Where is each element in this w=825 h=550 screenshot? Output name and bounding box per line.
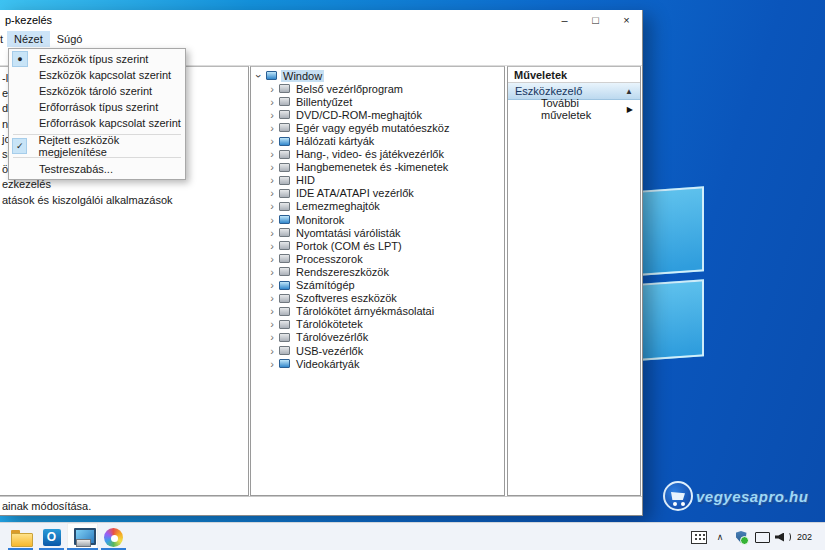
device-tree-item[interactable]: › Belső vezérlőprogram: [251, 82, 504, 95]
device-tree-root[interactable]: › Window: [251, 69, 504, 82]
device-tree-item[interactable]: › Tárolókötetek: [251, 318, 504, 331]
chevron-right-icon[interactable]: ›: [267, 135, 277, 147]
view-menu-item[interactable]: ● Eszközök típus szerint: [9, 51, 185, 67]
chevron-right-icon[interactable]: ›: [267, 279, 277, 291]
device-tree-item-label: Lemezmeghajtók: [294, 200, 382, 212]
computer-management-window: p-kezelés – □ × t Nézet: [0, 10, 643, 516]
chevron-right-icon[interactable]: ›: [267, 148, 277, 160]
chevron-right-icon[interactable]: ›: [267, 200, 277, 212]
tray-icons: [691, 523, 791, 550]
menu-item-marker-icon: [12, 67, 28, 83]
view-menu-item[interactable]: Testreszabás...: [9, 161, 185, 177]
device-tree-item[interactable]: › Nyomtatási várólisták: [251, 226, 504, 239]
device-tree-item[interactable]: › Lemezmeghajtók: [251, 200, 504, 213]
device-tree-item[interactable]: › IDE ATA/ATAPI vezérlők: [251, 187, 504, 200]
device-tree-item[interactable]: › DVD/CD-ROM-meghajtók: [251, 108, 504, 121]
menu-fragment[interactable]: t: [0, 33, 7, 45]
device-tree-item[interactable]: › Billentyűzet: [251, 95, 504, 108]
menu-item-marker-icon: [12, 115, 28, 131]
chevron-right-icon[interactable]: ›: [267, 292, 277, 304]
device-tree-item-label: Egér vagy egyéb mutatóeszköz: [294, 122, 451, 134]
paint-icon[interactable]: [98, 523, 129, 550]
chevron-right-icon[interactable]: ›: [267, 214, 277, 226]
speaker-icon[interactable]: [775, 523, 791, 550]
chevron-right-icon[interactable]: ›: [267, 253, 277, 265]
screen: vegyesapro.hu p-kezelés – □ ×: [0, 0, 825, 550]
chevron-right-icon[interactable]: ›: [267, 187, 277, 199]
minimize-button[interactable]: –: [549, 10, 580, 30]
chevron-right-icon[interactable]: ›: [267, 305, 277, 317]
chevron-right-icon[interactable]: ›: [267, 161, 277, 173]
device-tree-item-label: Belső vezérlőprogram: [294, 83, 405, 95]
device-tree-item[interactable]: › Processzorok: [251, 252, 504, 265]
device-tree-item[interactable]: › Videokártyák: [251, 357, 504, 370]
monitor-tray-icon[interactable]: [754, 523, 770, 550]
close-button[interactable]: ×: [611, 10, 642, 30]
chevron-right-icon[interactable]: ›: [267, 240, 277, 252]
device-tree-item[interactable]: › Tárolóvezérlők: [251, 331, 504, 344]
view-menu-item[interactable]: Erőforrások kapcsolat szerint: [9, 115, 185, 131]
chevron-up-icon[interactable]: [712, 523, 728, 550]
device-tree-item[interactable]: › Portok (COM és LPT): [251, 239, 504, 252]
chevron-right-icon[interactable]: ›: [267, 358, 277, 370]
device-tree-item-label: Tárolókötetek: [294, 318, 365, 330]
titlebar[interactable]: p-kezelés – □ ×: [0, 10, 642, 30]
chevron-right-icon[interactable]: ›: [267, 227, 277, 239]
chevron-right-icon[interactable]: ›: [267, 174, 277, 186]
device-tree-item-label: Szoftveres eszközök: [294, 292, 399, 304]
more-actions-item[interactable]: További műveletek ▶: [508, 100, 640, 118]
chevron-down-icon[interactable]: ›: [253, 71, 265, 81]
chevron-right-icon[interactable]: ›: [267, 83, 277, 95]
chevron-right-icon[interactable]: ›: [267, 96, 277, 108]
chevron-right-icon[interactable]: ›: [267, 318, 277, 330]
chevron-right-icon[interactable]: ›: [267, 122, 277, 134]
chevron-right-icon[interactable]: ›: [267, 331, 277, 343]
outlook-icon[interactable]: [36, 523, 67, 550]
device-tree-item-label: Billentyűzet: [294, 96, 354, 108]
system-device-icon: [279, 267, 290, 276]
device-tree-item[interactable]: › Egér vagy egyéb mutatóeszköz: [251, 121, 504, 134]
view-menu-item[interactable]: ✓ Rejtett eszközök megjelenítése: [9, 138, 185, 154]
cart-icon: [663, 481, 693, 511]
device-tree-item[interactable]: › Rendszereszközök: [251, 265, 504, 278]
keyboard-indicator-icon[interactable]: [691, 523, 707, 550]
device-tree-item-label: Monitorok: [294, 214, 346, 226]
file-explorer-icon[interactable]: [5, 523, 36, 550]
device-tree-item[interactable]: › Szoftveres eszközök: [251, 292, 504, 305]
computer-management-icon[interactable]: [67, 523, 98, 550]
device-tree-item-label: Hang-, video- és játékvezérlők: [294, 148, 446, 160]
device-tree-item-label: Számítógép: [294, 279, 357, 291]
collapse-arrow-icon[interactable]: ▲: [625, 87, 633, 96]
device-tree-item[interactable]: › Hang-, video- és játékvezérlők: [251, 148, 504, 161]
device-tree-item[interactable]: › Hangbemenetek és -kimenetek: [251, 161, 504, 174]
clock[interactable]: 202: [797, 532, 823, 542]
keyboard-icon: [279, 97, 290, 106]
menu-nezet[interactable]: Nézet: [7, 31, 50, 47]
view-menu-item[interactable]: Erőforrások típus szerint: [9, 99, 185, 115]
device-tree-item[interactable]: › HID: [251, 174, 504, 187]
menu-item-marker-icon: [12, 99, 28, 115]
maximize-button[interactable]: □: [580, 10, 611, 30]
device-tree-root-label: Window: [281, 70, 324, 82]
window-controls: – □ ×: [549, 10, 642, 30]
menu-item-label: Erőforrások kapcsolat szerint: [39, 117, 181, 129]
device-tree-item[interactable]: › USB-vezérlők: [251, 344, 504, 357]
ide-controller-icon: [279, 189, 290, 198]
taskbar: 202: [0, 522, 825, 550]
device-tree-item-label: Portok (COM és LPT): [294, 240, 404, 252]
usb-connector-icon: [279, 346, 290, 355]
chevron-right-icon[interactable]: ›: [267, 345, 277, 357]
serial-port-icon: [279, 241, 290, 250]
chevron-right-icon[interactable]: ›: [267, 266, 277, 278]
device-tree-item[interactable]: › Monitorok: [251, 213, 504, 226]
device-tree-item[interactable]: › Tárolókötet árnyékmásolatai: [251, 305, 504, 318]
view-menu-item[interactable]: Eszközök kapcsolat szerint: [9, 67, 185, 83]
device-tree-item-label: USB-vezérlők: [294, 345, 365, 357]
menu-sugo[interactable]: Súgó: [50, 31, 90, 47]
shield-icon[interactable]: [733, 523, 749, 550]
device-tree-item[interactable]: › Számítógép: [251, 279, 504, 292]
chevron-right-icon[interactable]: ›: [267, 109, 277, 121]
tree-item-fragment[interactable]: atások és kiszolgálói alkalmazások: [2, 193, 248, 208]
device-tree-item[interactable]: › Hálózati kártyák: [251, 134, 504, 147]
view-menu-item[interactable]: Eszközök tároló szerint: [9, 83, 185, 99]
